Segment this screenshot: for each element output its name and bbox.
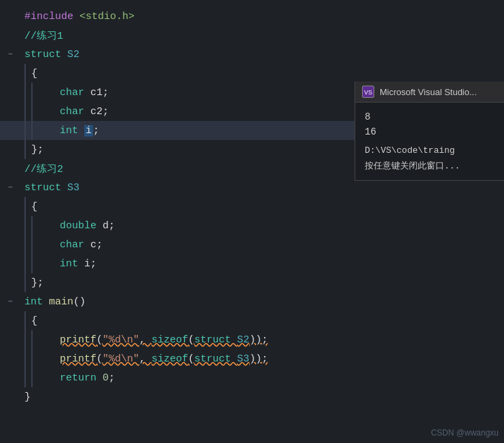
output-path: D:\VS\code\traing <box>365 144 494 158</box>
vs-icon: VS <box>362 86 374 98</box>
collapse-button[interactable]: − <box>5 183 15 192</box>
code-text: printf <box>60 334 96 346</box>
code-text: char <box>60 106 90 118</box>
svg-text:VS: VS <box>364 89 372 96</box>
code-text: main <box>49 296 73 308</box>
code-text: S2 <box>237 334 249 346</box>
code-text: )); <box>249 334 268 346</box>
code-text: printf <box>60 353 96 365</box>
code-text: c1; <box>90 87 109 99</box>
code-line: printf("%d\n", sizeof(struct S3)); <box>0 349 504 368</box>
code-text: ( <box>96 334 103 346</box>
code-text: char <box>60 239 90 251</box>
code-text: , <box>139 334 151 346</box>
collapse-button[interactable]: − <box>5 297 15 306</box>
code-text: ( <box>188 334 194 346</box>
code-text: ( <box>96 353 103 365</box>
code-text: { <box>31 315 37 327</box>
code-text: char <box>60 87 90 99</box>
code-line: return 0; <box>0 368 504 387</box>
code-text: c2; <box>90 106 109 118</box>
code-line: { <box>0 197 504 216</box>
code-text: struct <box>24 182 67 194</box>
code-line: printf("%d\n", sizeof(struct S2)); <box>0 330 504 349</box>
code-text: sizeof <box>151 353 188 365</box>
code-text: struct <box>194 353 237 365</box>
gutter: − <box>5 183 24 192</box>
code-text: //练习2 <box>24 162 63 175</box>
code-text: <stdio.h> <box>79 11 134 22</box>
code-text: sizeof <box>151 334 188 346</box>
code-text: int <box>24 296 49 308</box>
code-text: }; <box>31 277 43 289</box>
watermark: CSDN @wwangxu <box>431 428 499 438</box>
code-text: struct <box>194 334 237 346</box>
code-line: − int main() <box>0 292 504 311</box>
code-text: )); <box>249 353 268 365</box>
code-line: double d; <box>0 216 504 235</box>
output-close-msg: 按任意键关闭此窗口... <box>365 160 494 174</box>
code-text: , <box>139 353 151 365</box>
code-text: double <box>60 220 103 232</box>
gutter: − <box>5 50 24 59</box>
code-text: () <box>73 296 86 308</box>
output-titlebar: VS Microsoft Visual Studio... <box>355 82 504 103</box>
output-title: Microsoft Visual Studio... <box>380 87 477 97</box>
code-line: { <box>0 311 504 330</box>
code-line: //练习1 <box>0 26 504 45</box>
code-text: int <box>60 258 84 270</box>
code-text: return <box>60 372 103 384</box>
code-line: { <box>0 64 504 83</box>
code-text: c; <box>90 239 103 251</box>
editor-area: #include <stdio.h> //练习1 − struct S2 { c… <box>0 0 504 443</box>
code-text: 0 <box>103 372 109 384</box>
code-line: − struct S2 <box>0 45 504 64</box>
output-panel: VS Microsoft Visual Studio... 8 16 D:\VS… <box>355 82 504 181</box>
code-text: { <box>31 68 37 79</box>
code-text: d; <box>103 220 115 232</box>
code-text: //练习1 <box>24 29 63 42</box>
code-text: S2 <box>67 49 79 60</box>
output-content: 8 16 D:\VS\code\traing 按任意键关闭此窗口... <box>355 103 504 180</box>
code-text: S3 <box>237 353 249 365</box>
code-line: int i; <box>0 254 504 273</box>
code-line: #include <stdio.h> <box>0 7 504 26</box>
code-text: ; <box>93 125 99 137</box>
code-text: S3 <box>67 182 79 194</box>
code-text: i; <box>84 258 96 270</box>
code-text: struct <box>24 49 67 60</box>
code-text: "%d\n" <box>103 353 139 365</box>
output-value-1: 8 <box>365 109 494 124</box>
code-text: #include <box>24 11 79 22</box>
code-text: ; <box>109 372 115 384</box>
code-text: int <box>60 125 84 137</box>
code-text: } <box>24 391 31 403</box>
code-text: }; <box>31 144 43 156</box>
code-text: "%d\n" <box>103 334 139 346</box>
code-text: ( <box>188 353 194 365</box>
collapse-button[interactable]: − <box>5 50 15 59</box>
gutter: − <box>5 297 24 306</box>
code-line: char c; <box>0 235 504 254</box>
output-value-2: 16 <box>365 124 494 139</box>
code-line: } <box>0 387 504 406</box>
code-line: }; <box>0 273 504 292</box>
code-text-highlighted: i <box>84 125 93 137</box>
code-text: { <box>31 201 37 213</box>
